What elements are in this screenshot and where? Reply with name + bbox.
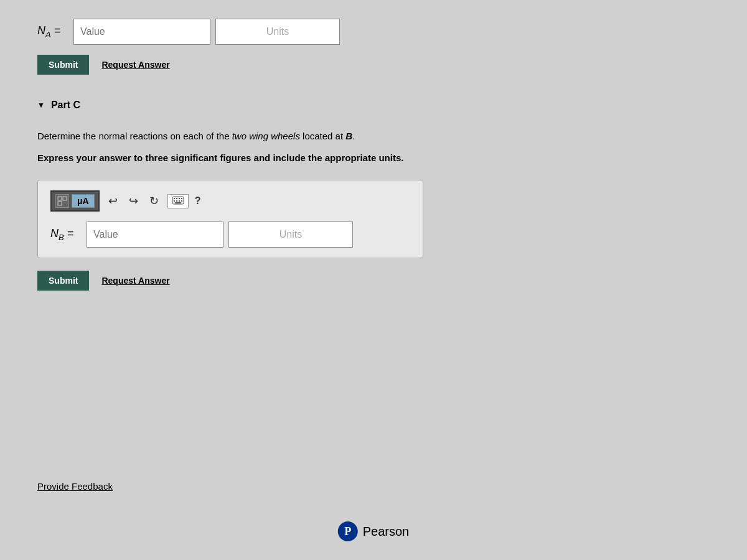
matrix-icon-group[interactable]: μA [50, 190, 100, 212]
part-a-units-box: Units [215, 19, 340, 45]
collapse-arrow-icon[interactable]: ▼ [37, 101, 45, 110]
redo-button[interactable]: ↪ [126, 193, 141, 209]
refresh-button[interactable]: ↻ [147, 193, 161, 209]
mu-a-button[interactable]: μA [72, 194, 95, 208]
svg-rect-11 [181, 200, 182, 202]
part-a-subscript: A [45, 30, 51, 39]
part-a-units-text: Units [266, 26, 289, 37]
svg-rect-1 [63, 197, 67, 200]
toolbar-row: μA ↩ ↪ ↻ [50, 190, 410, 212]
part-c-units-box: Units [228, 222, 353, 248]
pearson-section: P Pearson [338, 521, 410, 541]
part-c-equals: = [67, 227, 74, 240]
page-container: NA = Units Submit Request Answer ▼ Part … [0, 0, 747, 560]
svg-rect-0 [58, 197, 62, 200]
pearson-text: Pearson [363, 525, 410, 539]
part-c-label: Part C [51, 100, 80, 111]
part-c-units-text: Units [280, 229, 302, 240]
keyboard-icon [172, 196, 184, 207]
pearson-logo: P [338, 521, 358, 541]
part-c-instructions: Express your answer to three significant… [37, 151, 710, 166]
part-c-problem-text: Determine the normal reactions on each o… [37, 129, 710, 144]
part-c-nb-answer-row: NB = Units [50, 222, 410, 248]
part-c-subscript: B [59, 233, 64, 242]
part-a-value-input[interactable] [73, 19, 210, 45]
pearson-logo-letter: P [344, 525, 351, 538]
svg-rect-5 [176, 198, 177, 199]
svg-rect-8 [174, 200, 175, 202]
part-a-equals: = [54, 24, 61, 37]
part-a-variable-label: NA = [37, 24, 68, 39]
svg-rect-6 [179, 198, 180, 199]
svg-rect-12 [175, 202, 181, 203]
help-button[interactable]: ? [195, 195, 201, 207]
svg-rect-9 [176, 200, 177, 202]
svg-rect-10 [179, 200, 180, 202]
matrix-grid-icon [55, 194, 69, 208]
svg-rect-4 [174, 198, 175, 199]
part-a-submit-button[interactable]: Submit [37, 55, 89, 75]
part-a-buttons-row: Submit Request Answer [37, 55, 710, 75]
part-c-value-input[interactable] [87, 222, 223, 248]
keyboard-button[interactable] [167, 194, 189, 208]
svg-rect-7 [181, 198, 182, 199]
part-c-buttons-row: Submit Request Answer [37, 271, 710, 291]
part-a-answer-row: NA = Units [37, 19, 710, 45]
provide-feedback-link[interactable]: Provide Feedback [37, 481, 113, 492]
part-c-request-answer-button[interactable]: Request Answer [101, 276, 169, 286]
part-c-variable-label: NB = [50, 227, 82, 242]
svg-rect-2 [58, 202, 62, 205]
part-c-header: ▼ Part C [37, 100, 710, 111]
part-c-submit-button[interactable]: Submit [37, 271, 89, 291]
answer-box-container: μA ↩ ↪ ↻ [37, 180, 423, 258]
undo-button[interactable]: ↩ [106, 193, 120, 209]
part-a-request-answer-button[interactable]: Request Answer [101, 60, 169, 70]
